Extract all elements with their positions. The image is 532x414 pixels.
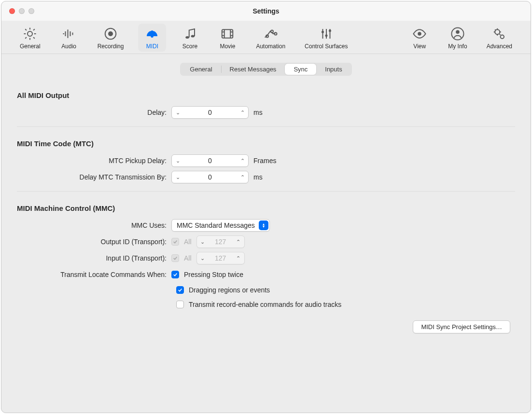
delay-label: Delay: [17,109,171,116]
window-title: Settings [1,7,531,15]
subtab-inputs[interactable]: Inputs [316,64,350,75]
record-icon [103,27,118,41]
mtc-pickup-stepper[interactable]: ⌄ 0 ⌃ [171,154,249,167]
chevron-up-icon[interactable]: ⌃ [237,158,248,164]
tab-audio[interactable]: Audio [55,24,83,52]
tab-view[interactable]: View [406,24,434,52]
output-all-label: All [184,238,192,246]
pressing-stop-label: Pressing Stop twice [184,271,243,278]
subtab-general[interactable]: General [181,64,221,75]
mtc-trans-value: 0 [183,173,237,181]
svg-point-5 [149,32,150,33]
settings-window: Settings General Audio Recording MIDI [1,1,531,413]
svg-point-22 [501,35,504,39]
mtc-trans-label: Delay MTC Transmission By: [17,173,171,181]
svg-point-10 [191,35,195,38]
svg-point-17 [329,29,331,32]
content: General Reset Messages Sync Inputs All M… [1,54,531,413]
input-all-label: All [184,254,192,262]
tab-control-surfaces[interactable]: Control Surfaces [300,24,352,52]
subtab-reset-messages[interactable]: Reset Messages [221,64,285,75]
output-id-label: Output ID (Transport): [17,238,171,246]
tab-label: Score [182,43,197,50]
automation-icon [264,27,278,41]
sliders-icon [319,27,334,41]
tab-label: Movie [220,43,235,50]
tab-advanced[interactable]: Advanced [482,24,517,52]
divider [17,191,515,192]
transmit-record-enable-checkbox[interactable] [176,301,184,308]
dragging-regions-label: Dragging regions or events [189,286,270,294]
person-icon [450,27,465,41]
chevron-down-icon[interactable]: ⌄ [172,158,183,164]
input-id-stepper: ⌄ 127 ⌃ [196,252,245,264]
mtc-pickup-value: 0 [183,157,237,165]
tab-midi[interactable]: MIDI [138,24,166,52]
tab-label: MIDI [146,43,158,50]
transmit-record-enable-label: Transmit record-enable commands for audi… [189,301,341,308]
chevron-up-icon: ⌃ [233,239,244,245]
mtc-trans-unit: ms [253,173,263,181]
input-all-checkbox [171,254,179,262]
chevron-down-icon: ⌄ [197,255,209,262]
gauge-icon [145,27,159,41]
tab-label: View [413,43,426,50]
tab-label: Automation [256,43,285,50]
tab-label: Advanced [487,43,512,50]
chevron-down-icon[interactable]: ⌄ [172,110,183,116]
waveform-icon [62,27,76,41]
mmc-uses-value: MMC Standard Messages [177,221,255,229]
tab-label: General [20,43,41,50]
mmc-uses-select[interactable]: MMC Standard Messages ▴▾ [171,219,270,232]
tab-label: My Info [448,43,467,50]
svg-point-0 [28,31,32,36]
movie-icon [220,27,235,41]
titlebar: Settings [1,1,531,21]
tab-score[interactable]: Score [176,24,204,52]
output-id-stepper: ⌄ 127 ⌃ [196,235,245,248]
tab-recording[interactable]: Recording [93,24,129,52]
chevron-up-icon[interactable]: ⌃ [237,174,248,180]
svg-point-15 [322,31,324,33]
gear-icon [23,27,37,41]
mmc-uses-label: MMC Uses: [17,221,171,229]
output-id-value: 127 [209,238,233,246]
eye-icon [412,27,427,41]
midi-sync-project-settings-button[interactable]: MIDI Sync Project Settings… [413,320,510,333]
tab-movie[interactable]: Movie [213,24,241,52]
chevron-down-icon[interactable]: ⌄ [172,174,183,180]
mtc-trans-stepper[interactable]: ⌄ 0 ⌃ [171,171,249,183]
dragging-regions-checkbox[interactable] [176,286,184,294]
output-all-checkbox [171,238,179,246]
tab-general[interactable]: General [15,24,45,52]
tab-label: Recording [98,43,124,50]
svg-point-4 [148,35,149,36]
svg-point-2 [108,31,113,36]
midi-panel: General Reset Messages Sync Inputs All M… [12,63,520,340]
transmit-label: Transmit Locate Commands When: [17,271,171,278]
mtc-pickup-label: MTC Pickup Delay: [17,157,171,165]
svg-rect-11 [222,29,233,38]
delay-stepper[interactable]: ⌄ 0 ⌃ [171,106,249,119]
subtabs: General Reset Messages Sync Inputs [12,63,520,76]
chevron-up-icon[interactable]: ⌃ [237,110,248,116]
tab-my-info[interactable]: My Info [443,24,472,52]
svg-point-18 [418,32,422,36]
gears-icon [492,27,506,41]
subtab-sync[interactable]: Sync [285,64,316,75]
svg-point-7 [154,32,155,33]
svg-point-6 [152,31,153,32]
pressing-stop-checkbox[interactable] [171,271,179,278]
delay-value: 0 [183,109,237,116]
notes-icon [182,27,197,41]
select-chevrons-icon: ▴▾ [259,221,268,230]
chevron-up-icon: ⌃ [233,255,244,262]
svg-point-16 [325,34,327,37]
section-all-midi-output: All MIDI Output [17,84,515,104]
tab-automation[interactable]: Automation [251,24,290,52]
svg-point-20 [456,30,460,34]
chevron-down-icon: ⌄ [197,239,209,245]
section-mtc: MIDI Time Code (MTC) [17,133,515,152]
tab-label: Audio [61,43,76,50]
input-id-value: 127 [209,254,233,262]
